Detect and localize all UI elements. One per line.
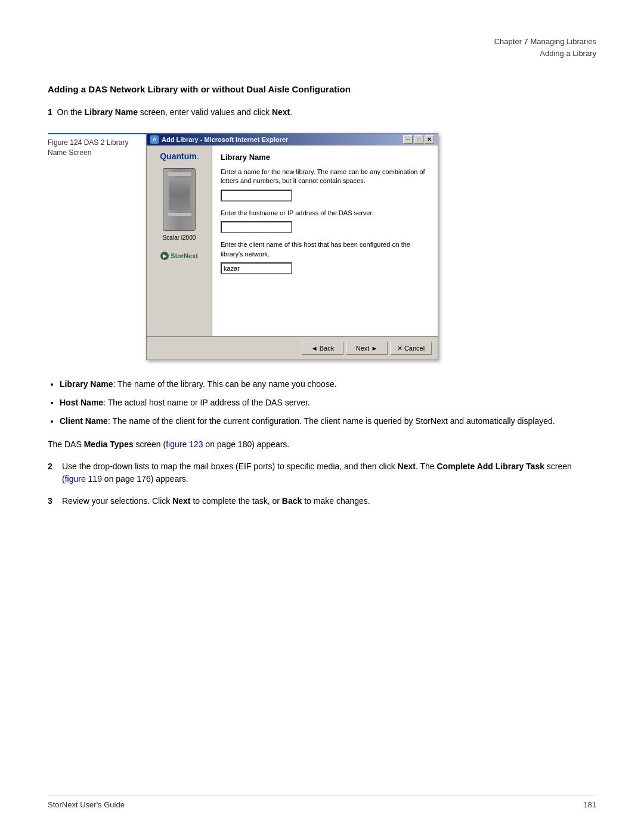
section-title: Adding a DAS Network Library with or wit… [48, 83, 596, 95]
step1-next: Next [272, 107, 290, 117]
page-container: Chapter 7 Managing Libraries Adding a Li… [0, 0, 644, 833]
hostname-input[interactable] [221, 221, 292, 233]
bullet3-bold: Client Name [60, 416, 108, 426]
list-item: Library Name: The name of the library. T… [60, 378, 596, 391]
step2: 2 Use the drop-down lists to map the mai… [48, 460, 596, 485]
ie-icon: e [150, 135, 159, 144]
list-item: Host Name: The actual host name or IP ad… [60, 397, 596, 409]
dialog-controls[interactable]: ─ □ ✕ [403, 135, 434, 144]
step1-bold: Library Name [85, 107, 138, 117]
field3-description: Enter the client name of this host that … [221, 240, 429, 259]
quantum-logo: Quantum. [160, 151, 199, 161]
media-types-text: The DAS Media Types screen (figure 123 o… [48, 438, 596, 451]
bullet-list: Library Name: The name of the library. T… [60, 378, 596, 428]
subsection-line: Adding a Library [494, 48, 596, 60]
stornext-icon: ▶ [160, 252, 169, 260]
step3-back-bold: Back [282, 496, 302, 506]
dialog-title-text: Add Library - Microsoft Internet Explore… [162, 136, 288, 143]
field2-description: Enter the hostname or IP address of the … [221, 209, 429, 218]
back-button[interactable]: ◄ Back [302, 342, 343, 355]
step3-next-bold: Next [172, 496, 190, 506]
list-item: Client Name: The name of the client for … [60, 415, 596, 428]
tape-library-illustration [163, 168, 196, 231]
stornext-label: StorNext [171, 252, 198, 259]
dialog-content: Library Name Enter a name for the new li… [212, 145, 438, 336]
figure-label: Figure 124 DAS 2 Library Name Screen [48, 133, 146, 158]
stornext-logo: ▶ StorNext [160, 252, 198, 260]
bullet2-bold: Host Name [60, 398, 103, 407]
client-name-input[interactable] [221, 262, 292, 274]
maximize-button[interactable]: □ [414, 135, 423, 144]
dialog-sidebar: Quantum. Scalar i2000 ▶ StorNext [147, 145, 212, 336]
step3-content: Review your selections. Click Next to co… [62, 495, 596, 507]
page-header: Chapter 7 Managing Libraries Adding a Li… [48, 36, 596, 59]
scalar-label: Scalar i2000 [163, 234, 196, 241]
bullet1-bold: Library Name [60, 379, 113, 389]
dialog-titlebar: e Add Library - Microsoft Internet Explo… [147, 134, 438, 145]
cancel-button[interactable]: ✕ Cancel [390, 342, 432, 355]
close-button[interactable]: ✕ [425, 135, 434, 144]
step3-number: 3 [48, 495, 62, 507]
footer-page: 181 [583, 800, 596, 809]
figure-area: Figure 124 DAS 2 Library Name Screen e A… [48, 133, 596, 360]
dialog-titlebar-title: e Add Library - Microsoft Internet Explo… [150, 135, 288, 144]
step2-complete-bold: Complete Add Library Task [436, 462, 544, 471]
dialog-section-heading: Library Name [221, 153, 429, 162]
chapter-info: Chapter 7 Managing Libraries Adding a Li… [494, 36, 596, 59]
figure119-link[interactable]: figure 119 [65, 474, 102, 484]
step1-number: 1 [48, 107, 52, 117]
dialog-footer: ◄ Back Next ► ✕ Cancel [147, 336, 438, 360]
step2-number: 2 [48, 460, 62, 485]
footer-left: StorNext User's Guide [48, 800, 125, 809]
media-types-bold: Media Types [84, 439, 134, 449]
next-button[interactable]: Next ► [346, 342, 388, 355]
page-footer: StorNext User's Guide 181 [48, 795, 596, 809]
figure123-link[interactable]: figure 123 [166, 439, 203, 449]
dialog-window: e Add Library - Microsoft Internet Explo… [146, 133, 438, 360]
step2-next-bold: Next [398, 462, 416, 471]
chapter-line: Chapter 7 Managing Libraries [494, 36, 596, 48]
step3: 3 Review your selections. Click Next to … [48, 495, 596, 507]
field1-description: Enter a name for the new library. The na… [221, 168, 429, 186]
step1-text: 1 On the Library Name screen, enter vali… [48, 106, 596, 119]
minimize-button[interactable]: ─ [403, 135, 413, 144]
step2-content: Use the drop-down lists to map the mail … [62, 460, 596, 485]
library-name-input[interactable] [221, 190, 292, 202]
dialog-body: Quantum. Scalar i2000 ▶ StorNext [147, 145, 438, 336]
